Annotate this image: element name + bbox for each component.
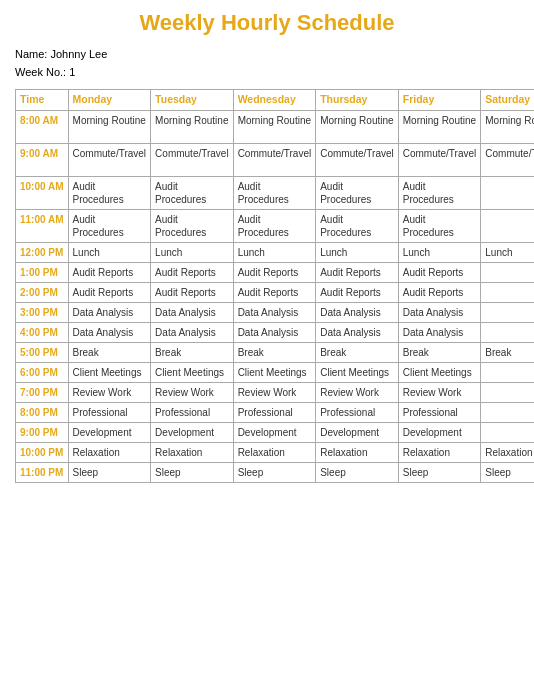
schedule-cell-wednesday: Review Work <box>233 382 316 402</box>
schedule-cell-monday: Data Analysis <box>68 322 151 342</box>
schedule-cell-wednesday: Data Analysis <box>233 322 316 342</box>
schedule-cell-thursday: Audit Reports <box>316 262 399 282</box>
time-cell: 4:00 PM <box>16 322 69 342</box>
schedule-cell-wednesday: Audit Procedures <box>233 176 316 209</box>
schedule-cell-thursday: Development <box>316 422 399 442</box>
schedule-table: TimeMondayTuesdayWednesdayThursdayFriday… <box>15 89 534 483</box>
schedule-cell-thursday: Relaxation <box>316 442 399 462</box>
schedule-cell-thursday: Sleep <box>316 462 399 482</box>
time-cell: 1:00 PM <box>16 262 69 282</box>
column-header-friday: Friday <box>398 90 481 111</box>
schedule-cell-friday: Audit Procedures <box>398 209 481 242</box>
schedule-cell-friday: Break <box>398 342 481 362</box>
schedule-cell-monday: Development <box>68 422 151 442</box>
schedule-cell-saturday: Relaxation <box>481 442 534 462</box>
schedule-cell-wednesday: Commute/Travel <box>233 143 316 176</box>
column-header-wednesday: Wednesday <box>233 90 316 111</box>
schedule-cell-monday: Data Analysis <box>68 302 151 322</box>
schedule-cell-wednesday: Audit Reports <box>233 282 316 302</box>
table-row: 10:00 AMAudit ProceduresAudit Procedures… <box>16 176 535 209</box>
schedule-cell-thursday: Client Meetings <box>316 362 399 382</box>
schedule-cell-tuesday: Client Meetings <box>151 362 234 382</box>
schedule-cell-friday: Sleep <box>398 462 481 482</box>
schedule-cell-wednesday: Audit Reports <box>233 262 316 282</box>
schedule-cell-tuesday: Data Analysis <box>151 322 234 342</box>
schedule-cell-tuesday: Lunch <box>151 242 234 262</box>
table-row: 4:00 PMData AnalysisData AnalysisData An… <box>16 322 535 342</box>
schedule-cell-friday: Professional <box>398 402 481 422</box>
schedule-cell-saturday <box>481 262 534 282</box>
schedule-cell-tuesday: Professional <box>151 402 234 422</box>
schedule-cell-thursday: Professional <box>316 402 399 422</box>
schedule-cell-wednesday: Lunch <box>233 242 316 262</box>
schedule-cell-thursday: Data Analysis <box>316 322 399 342</box>
schedule-cell-wednesday: Sleep <box>233 462 316 482</box>
schedule-cell-saturday <box>481 322 534 342</box>
time-cell: 8:00 AM <box>16 110 69 143</box>
schedule-cell-saturday <box>481 282 534 302</box>
schedule-cell-monday: Audit Reports <box>68 282 151 302</box>
table-row: 7:00 PMReview WorkReview WorkReview Work… <box>16 382 535 402</box>
schedule-cell-tuesday: Break <box>151 342 234 362</box>
schedule-cell-friday: Data Analysis <box>398 322 481 342</box>
table-row: 5:00 PMBreakBreakBreakBreakBreakBreakBre… <box>16 342 535 362</box>
schedule-cell-wednesday: Development <box>233 422 316 442</box>
schedule-cell-friday: Audit Reports <box>398 282 481 302</box>
schedule-cell-monday: Break <box>68 342 151 362</box>
schedule-cell-monday: Audit Procedures <box>68 176 151 209</box>
schedule-cell-tuesday: Audit Procedures <box>151 176 234 209</box>
time-cell: 9:00 AM <box>16 143 69 176</box>
time-cell: 3:00 PM <box>16 302 69 322</box>
schedule-cell-saturday: Lunch <box>481 242 534 262</box>
time-cell: 7:00 PM <box>16 382 69 402</box>
table-row: 6:00 PMClient MeetingsClient MeetingsCli… <box>16 362 535 382</box>
schedule-cell-saturday: Sleep <box>481 462 534 482</box>
schedule-cell-monday: Client Meetings <box>68 362 151 382</box>
schedule-cell-monday: Sleep <box>68 462 151 482</box>
schedule-cell-saturday <box>481 302 534 322</box>
table-row: 9:00 PMDevelopmentDevelopmentDevelopment… <box>16 422 535 442</box>
schedule-cell-wednesday: Client Meetings <box>233 362 316 382</box>
column-header-thursday: Thursday <box>316 90 399 111</box>
schedule-cell-friday: Data Analysis <box>398 302 481 322</box>
schedule-cell-wednesday: Morning Routine <box>233 110 316 143</box>
table-row: 11:00 PMSleepSleepSleepSleepSleepSleepSl… <box>16 462 535 482</box>
table-row: 10:00 PMRelaxationRelaxationRelaxationRe… <box>16 442 535 462</box>
schedule-cell-friday: Morning Routine <box>398 110 481 143</box>
table-row: 8:00 PMProfessionalProfessionalProfessio… <box>16 402 535 422</box>
schedule-cell-tuesday: Data Analysis <box>151 302 234 322</box>
schedule-cell-wednesday: Relaxation <box>233 442 316 462</box>
schedule-cell-tuesday: Review Work <box>151 382 234 402</box>
schedule-cell-thursday: Audit Procedures <box>316 176 399 209</box>
schedule-cell-friday: Lunch <box>398 242 481 262</box>
table-row: 2:00 PMAudit ReportsAudit ReportsAudit R… <box>16 282 535 302</box>
schedule-cell-friday: Review Work <box>398 382 481 402</box>
time-cell: 2:00 PM <box>16 282 69 302</box>
page-title: Weekly Hourly Schedule <box>15 10 519 36</box>
time-cell: 5:00 PM <box>16 342 69 362</box>
column-header-saturday: Saturday <box>481 90 534 111</box>
time-cell: 12:00 PM <box>16 242 69 262</box>
table-row: 12:00 PMLunchLunchLunchLunchLunchLunchLu… <box>16 242 535 262</box>
schedule-cell-monday: Morning Routine <box>68 110 151 143</box>
time-cell: 8:00 PM <box>16 402 69 422</box>
schedule-cell-saturday <box>481 209 534 242</box>
schedule-cell-friday: Audit Procedures <box>398 176 481 209</box>
time-cell: 11:00 AM <box>16 209 69 242</box>
table-row: 11:00 AMAudit ProceduresAudit Procedures… <box>16 209 535 242</box>
schedule-cell-tuesday: Sleep <box>151 462 234 482</box>
table-row: 8:00 AMMorning RoutineMorning RoutineMor… <box>16 110 535 143</box>
time-cell: 6:00 PM <box>16 362 69 382</box>
schedule-cell-saturday: Break <box>481 342 534 362</box>
schedule-cell-saturday <box>481 362 534 382</box>
schedule-cell-monday: Professional <box>68 402 151 422</box>
table-row: 1:00 PMAudit ReportsAudit ReportsAudit R… <box>16 262 535 282</box>
schedule-cell-saturday: Morning Routine <box>481 110 534 143</box>
schedule-cell-monday: Lunch <box>68 242 151 262</box>
schedule-cell-saturday <box>481 402 534 422</box>
schedule-cell-thursday: Audit Reports <box>316 282 399 302</box>
schedule-cell-friday: Client Meetings <box>398 362 481 382</box>
schedule-cell-thursday: Commute/Travel <box>316 143 399 176</box>
schedule-cell-tuesday: Audit Reports <box>151 282 234 302</box>
schedule-cell-monday: Relaxation <box>68 442 151 462</box>
